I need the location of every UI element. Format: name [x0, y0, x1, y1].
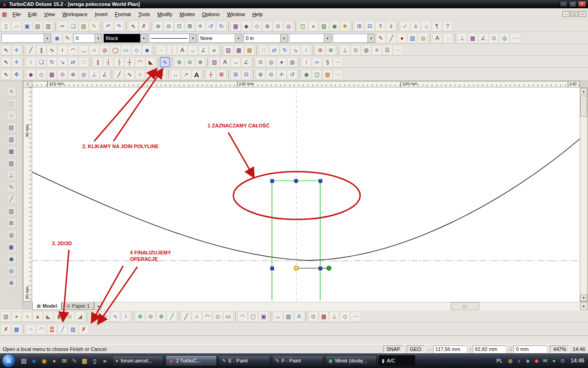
mdi-minimize-button[interactable]: –	[562, 11, 570, 17]
line-segment-icon[interactable]: ╱	[57, 324, 68, 334]
2d-3d-toggle[interactable]: 2D 3D	[47, 324, 57, 334]
horizontal-scrollbar[interactable]: |||	[102, 302, 580, 310]
vertical-ruler[interactable]: 90 mm 80 mm	[23, 87, 32, 302]
paint-quick-icon[interactable]: ✎	[70, 356, 79, 366]
dimension-tool-icon[interactable]: ↔	[188, 45, 198, 55]
shade-tool-icon[interactable]: ◍	[361, 45, 371, 55]
grid-snap-icon[interactable]: ▩	[47, 69, 57, 80]
layers-tool-icon[interactable]: ≡	[372, 45, 382, 55]
union-3d-icon[interactable]: ⊕	[135, 311, 145, 322]
erase-quick-icon[interactable]: ⊠	[216, 69, 226, 80]
solid-fill-icon[interactable]: ●	[277, 57, 287, 67]
zoom-out-2-icon[interactable]: ⊖	[266, 69, 276, 80]
diameter-dimension-icon[interactable]: ⌀	[209, 45, 219, 55]
mirror-entity-icon[interactable]: ⇄	[68, 57, 78, 67]
zoom-extents-icon[interactable]: ⊠	[185, 21, 195, 31]
polyline-tool-icon[interactable]: ∿	[47, 45, 57, 55]
combo-arrow-icon[interactable]: ▼	[95, 34, 102, 42]
previous-view-2-icon[interactable]: ↺	[287, 69, 297, 80]
selector-icon[interactable]: ⇖	[128, 21, 138, 31]
calculator-icon[interactable]: ±	[411, 21, 421, 31]
hatch-tool-icon[interactable]: ▨	[223, 45, 233, 55]
wcs-icon[interactable]: ◎	[499, 33, 509, 43]
zoom-in-icon[interactable]: ⊕	[153, 21, 163, 31]
cone-3d-icon[interactable]: ◣	[43, 311, 53, 322]
circle-tool-icon[interactable]: ○	[89, 45, 99, 55]
combo-arrow-icon[interactable]: ▼	[235, 34, 242, 42]
quick-dimension-icon[interactable]: ↔	[170, 69, 181, 80]
slice-3d-icon[interactable]: ╱	[167, 311, 177, 322]
taskbar-button-turbocad[interactable]: ▲2 TurboC...	[165, 355, 217, 366]
edit-dimension-icon[interactable]: ↔	[231, 57, 241, 67]
polygon-2-icon[interactable]: ◇	[213, 311, 223, 322]
camera-icon[interactable]: ◉	[329, 21, 339, 31]
copy-entity-icon[interactable]: ❏	[36, 57, 46, 67]
snap-set-icon[interactable]: ◇	[36, 69, 46, 80]
pan-icon[interactable]: ✛	[195, 21, 205, 31]
node-edit-icon[interactable]: ✛	[11, 45, 22, 55]
line-width-combo[interactable]: 0 in ▼	[243, 34, 288, 43]
subtract-3d-icon[interactable]: ⊖	[146, 311, 156, 322]
layers-palette-icon[interactable]: ▥	[6, 134, 17, 144]
pick-point-icon[interactable]: ✜	[11, 69, 22, 80]
image-tool-icon[interactable]: ▦	[244, 45, 254, 55]
center-tool-icon[interactable]: ⊙	[351, 45, 361, 55]
blocks-palette-icon[interactable]: ▦	[6, 146, 17, 156]
format-icon[interactable]: ¶	[432, 21, 442, 31]
save-icon[interactable]: ▣	[22, 21, 32, 31]
scroll-down-button[interactable]: ▼	[580, 294, 587, 301]
edit-angle-icon[interactable]: ∠	[241, 57, 251, 67]
cancel-operation-icon[interactable]: ✗	[1, 324, 11, 334]
help-icon[interactable]: ?	[442, 21, 452, 31]
hatch-segment-icon[interactable]: ▨	[68, 324, 78, 334]
menu-item-format[interactable]: Format	[111, 9, 135, 19]
vertical-scrollbar[interactable]: ▲ ▼	[580, 87, 588, 302]
z-coordinate-field[interactable]: ⊥ 0 mm	[509, 345, 547, 353]
boolean-intersect-icon[interactable]: ⊗	[195, 57, 205, 67]
select-3-icon[interactable]: ⇖	[1, 69, 11, 80]
more-bottom-icon[interactable]: ⋯	[351, 311, 361, 322]
mdi-restore-button[interactable]: ▢	[571, 11, 578, 17]
line-2-icon[interactable]: ╱	[181, 311, 191, 322]
menu-item-workspace[interactable]: Workspace	[59, 9, 91, 19]
rectangle-tool-icon[interactable]: ▭	[121, 45, 131, 55]
reference-point-yellow[interactable]	[294, 266, 299, 270]
combo-arrow-icon[interactable]: ▼	[368, 34, 374, 42]
edit-curve-icon[interactable]: ≀	[301, 57, 311, 67]
arc-segment-icon[interactable]: ◠	[36, 324, 46, 334]
selection-handle[interactable]	[294, 179, 298, 183]
drawing-area[interactable]	[32, 87, 580, 302]
arc-2-icon[interactable]: ◠	[202, 311, 212, 322]
arc-tool-icon[interactable]: ◠	[68, 45, 78, 55]
snap-nearest-icon[interactable]: ⊙	[273, 21, 283, 31]
zoom-window-icon[interactable]: ⊡	[174, 21, 184, 31]
more-property-icon[interactable]: ⋯	[510, 33, 520, 43]
rotate-entity-icon[interactable]: ↻	[47, 57, 57, 67]
tray-network-icon[interactable]: ◈	[524, 356, 531, 366]
wedge-3d-icon[interactable]: ◢	[75, 311, 85, 322]
y-coordinate-value[interactable]: 92,82 mm	[473, 345, 506, 353]
line-tool-icon[interactable]: ╱	[26, 45, 36, 55]
text-tool-icon[interactable]: A	[177, 45, 187, 55]
new-icon[interactable]: ▯	[1, 21, 11, 31]
scroll-up-button[interactable]: ▲	[580, 88, 587, 95]
brush-palette-icon[interactable]: ▨	[6, 206, 17, 216]
sphere-3d-icon[interactable]: ●	[11, 311, 22, 322]
ellipse-tool-icon[interactable]: ◯	[110, 45, 120, 55]
cylinder-3d-icon[interactable]: ▮	[54, 311, 64, 322]
group-icon[interactable]: ⊞	[354, 21, 364, 31]
redraw-icon[interactable]: ↻	[216, 21, 226, 31]
shade-mode-icon[interactable]: ◍	[287, 57, 297, 67]
scroll-right-button[interactable]: ►	[580, 302, 588, 310]
media-player-icon[interactable]: ◉	[40, 356, 49, 366]
edit-hatch-icon[interactable]: ▨	[209, 57, 220, 67]
fillet-3d-icon[interactable]: ◠	[237, 311, 248, 322]
camera-palette-icon[interactable]: ◎	[6, 266, 17, 276]
snap-toggle-icon[interactable]: ⊙	[308, 311, 318, 322]
angle-lock-icon[interactable]: ∠	[478, 33, 488, 43]
menu-item-tools[interactable]: Tools	[135, 9, 154, 19]
palette-close-icon[interactable]: ×	[6, 86, 17, 97]
ie-icon[interactable]: e	[29, 356, 39, 366]
ungroup-quick-icon[interactable]: ⊟	[241, 69, 251, 80]
mail-icon[interactable]: ✉	[60, 356, 69, 366]
